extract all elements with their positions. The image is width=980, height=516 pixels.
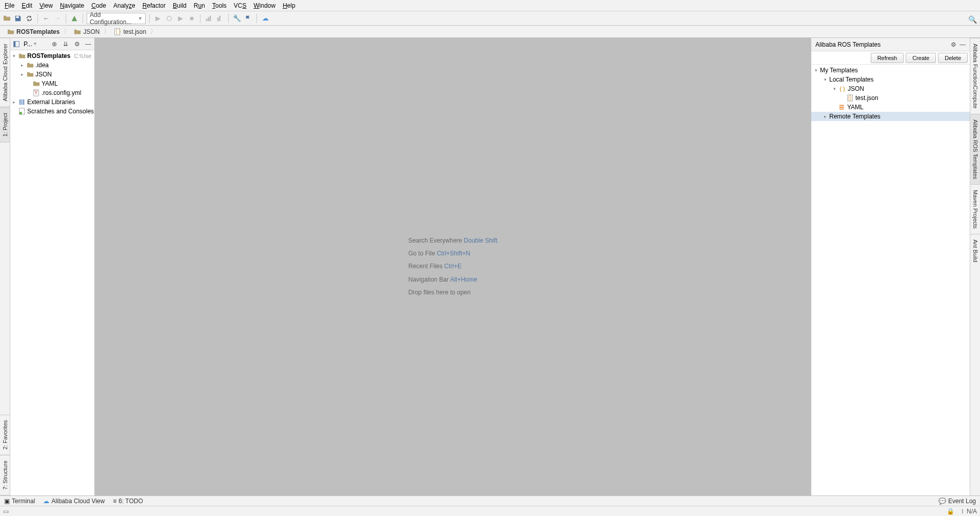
editor-area[interactable]: Search Everywhere Double Shift Go to Fil… — [95, 38, 811, 495]
tree-root[interactable]: ▾ ROSTemplates C:\Use — [10, 51, 94, 61]
json-file-icon: {} — [846, 94, 854, 102]
ros-tree: ▾ My Templates ▾ Local Templates ▾ { } J… — [811, 65, 970, 495]
build-icon[interactable] — [70, 14, 79, 23]
menu-analyze[interactable]: Analyze — [110, 1, 139, 10]
folder-icon — [18, 52, 26, 60]
menu-tools[interactable]: Tools — [209, 1, 230, 10]
profile-icon[interactable] — [204, 14, 213, 23]
tree-node[interactable]: YAML — [10, 79, 94, 88]
gear-icon[interactable]: ⚙ — [951, 41, 956, 48]
ros-tree-json[interactable]: ▾ { } JSON — [811, 84, 970, 93]
menu-vcs[interactable]: VCS — [230, 1, 250, 10]
wrench-icon[interactable]: 🔧 — [232, 14, 242, 23]
sync-icon[interactable] — [25, 14, 34, 23]
svg-rect-3 — [208, 17, 209, 21]
project-view-dropdown[interactable]: P...▼ — [24, 41, 37, 48]
attach-icon[interactable] — [215, 14, 225, 23]
forward-icon[interactable]: → — [53, 14, 62, 23]
ros-tree-testjson[interactable]: {} test.json — [811, 93, 970, 103]
ros-tree-local[interactable]: ▾ Local Templates — [811, 75, 970, 84]
flag-icon[interactable] — [244, 14, 253, 23]
tab-maven-projects[interactable]: Maven Projects — [970, 184, 980, 234]
hint-shortcut: Double Shift — [464, 237, 497, 244]
tab-favorites[interactable]: 2: Favorites — [0, 414, 10, 455]
menu-refactor[interactable]: Refactor — [139, 1, 169, 10]
breadcrumb-root[interactable]: ROSTemplates — [3, 28, 64, 35]
hint-shortcut: Ctrl+Shift+N — [437, 250, 470, 257]
menu-edit[interactable]: Edit — [18, 1, 36, 10]
collapse-icon[interactable]: ⇊ — [62, 40, 70, 48]
back-icon[interactable]: ← — [42, 14, 51, 23]
lock-icon[interactable]: 🔒 — [947, 508, 954, 515]
status-icon[interactable]: ▭ — [3, 508, 9, 515]
tab-alibaba-cloud-view[interactable]: ☁ Alibaba Cloud View — [43, 498, 105, 505]
tree-scratches[interactable]: Scratches and Consoles — [10, 107, 94, 116]
menu-run[interactable]: Run — [190, 1, 209, 10]
svg-point-17 — [19, 112, 22, 114]
hint-label: Drop files here to open — [408, 289, 470, 296]
menu-window[interactable]: Window — [250, 1, 279, 10]
tab-ant-build[interactable]: Ant Build — [970, 234, 980, 267]
tab-alibaba-functioncompute[interactable]: Alibaba FunctionCompute — [970, 38, 980, 114]
terminal-icon: ▣ — [4, 498, 10, 505]
menu-build[interactable]: Build — [169, 1, 190, 10]
tab-event-log[interactable]: 💬 Event Log — [938, 498, 976, 505]
ros-tree-yaml[interactable]: YAML — [811, 103, 970, 112]
expand-icon[interactable]: ▾ — [11, 53, 16, 58]
tree-node[interactable]: ▸ .idea — [10, 61, 94, 70]
menu-file[interactable]: File — [1, 1, 18, 10]
expand-icon[interactable]: ▸ — [823, 114, 828, 119]
status-separator: ⁞ — [962, 508, 964, 515]
tab-todo[interactable]: ≡ 6: TODO — [113, 498, 143, 505]
cloud-icon[interactable]: ☁ — [261, 14, 270, 23]
tree-node[interactable]: ▸ JSON — [10, 70, 94, 79]
editor-hints: Search Everywhere Double Shift Go to Fil… — [408, 234, 497, 299]
hide-icon[interactable]: — — [959, 41, 966, 48]
tab-structure[interactable]: 7: Structure — [0, 455, 10, 495]
gear-icon[interactable]: ⚙ — [73, 40, 81, 48]
locate-icon[interactable]: ⊕ — [50, 40, 58, 48]
expand-icon[interactable]: ▾ — [832, 86, 837, 91]
tree-node-label: Remote Templates — [829, 113, 881, 120]
coverage-icon[interactable]: ▶ — [176, 14, 185, 23]
ros-panel-title: Alibaba ROS Templates — [815, 41, 881, 48]
expand-icon[interactable]: ▾ — [813, 68, 818, 73]
search-icon[interactable]: 🔍 — [968, 15, 977, 24]
tab-alibaba-ros-templates[interactable]: Alibaba ROS Templates — [970, 114, 980, 185]
menu-help[interactable]: Help — [279, 1, 299, 10]
open-icon[interactable] — [2, 14, 11, 23]
run-config-combo[interactable]: Add Configuration... ▼ — [87, 13, 146, 24]
folder-icon — [26, 71, 34, 78]
hide-icon[interactable]: — — [84, 40, 92, 48]
tree-node[interactable]: Y .ros.config.yml — [10, 88, 94, 97]
navigation-bar: ROSTemplates 〉 JSON 〉 { } test.json 〉 — [0, 26, 980, 38]
hint-label: Go to File — [408, 250, 435, 257]
tab-alibaba-cloud-explorer[interactable]: Alibaba Cloud Explorer — [0, 38, 10, 107]
status-encoding[interactable]: N/A — [967, 508, 977, 515]
tree-external-libraries[interactable]: ▸ External Libraries — [10, 97, 94, 107]
tab-project[interactable]: 1: Project — [0, 107, 10, 142]
menu-code[interactable]: Code — [88, 1, 110, 10]
refresh-button[interactable]: Refresh — [871, 53, 904, 63]
expand-icon[interactable]: ▾ — [823, 77, 828, 82]
expand-icon[interactable]: ▸ — [19, 63, 25, 68]
menu-bar: File Edit View Navigate Code Analyze Ref… — [0, 0, 980, 11]
ros-tree-root[interactable]: ▾ My Templates — [811, 66, 970, 75]
ros-tree-remote[interactable]: ▸ Remote Templates — [811, 112, 970, 121]
debug-icon[interactable] — [165, 14, 174, 23]
create-button[interactable]: Create — [906, 53, 936, 63]
stop-icon[interactable]: ■ — [187, 14, 196, 23]
folder-icon — [32, 80, 40, 88]
tab-terminal[interactable]: ▣ Terminal — [4, 498, 35, 505]
project-view-icon[interactable] — [12, 40, 21, 48]
save-icon[interactable] — [13, 14, 23, 23]
breadcrumb-folder[interactable]: JSON — [70, 28, 104, 35]
chevron-right-icon: 〉 — [104, 27, 110, 36]
menu-view[interactable]: View — [36, 1, 56, 10]
run-icon[interactable]: ▶ — [153, 14, 163, 23]
breadcrumb-file[interactable]: { } test.json — [110, 28, 150, 35]
expand-icon[interactable]: ▸ — [11, 100, 16, 105]
delete-button[interactable]: Delete — [938, 53, 968, 63]
menu-navigate[interactable]: Navigate — [56, 1, 88, 10]
expand-icon[interactable]: ▸ — [19, 72, 25, 77]
